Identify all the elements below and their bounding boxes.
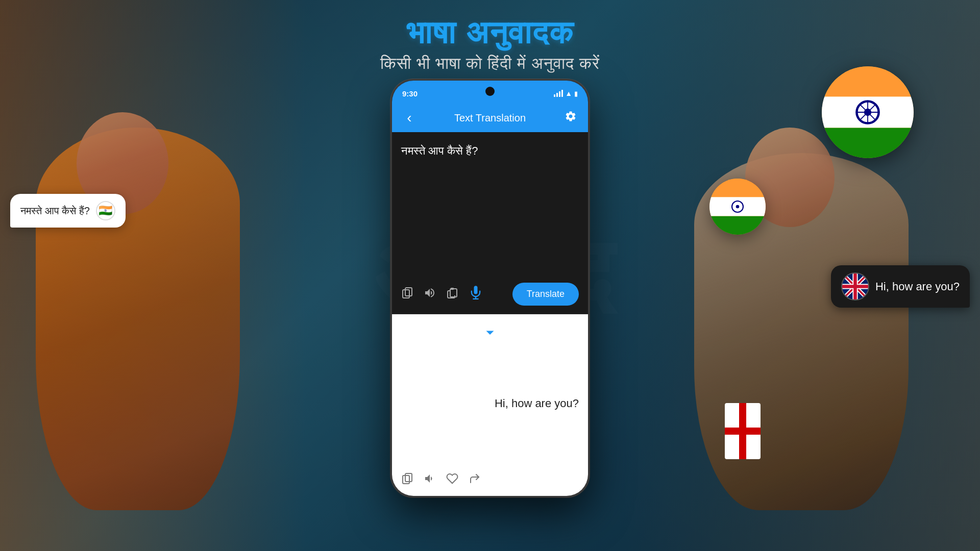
input-text[interactable]: नमस्ते आप कैसे हैं? xyxy=(401,142,579,204)
share-icon[interactable] xyxy=(469,472,481,488)
header-section: भाषा अनुवादक किसी भी भाषा को हिंदी में अ… xyxy=(380,15,599,73)
input-action-icons xyxy=(401,285,483,303)
svg-rect-19 xyxy=(451,288,454,290)
heart-icon[interactable] xyxy=(446,472,458,488)
translate-button[interactable]: Translate xyxy=(512,283,579,306)
input-actions: Translate xyxy=(401,283,579,306)
phone-container: 9:30 ▲ ▮ ‹ Text Translation xyxy=(390,79,590,497)
phone-camera xyxy=(485,87,495,96)
signal-bar-1 xyxy=(554,94,555,97)
phone-mockup: 9:30 ▲ ▮ ‹ Text Translation xyxy=(390,79,590,497)
status-time: 9:30 xyxy=(402,89,418,98)
battery-icon: ▮ xyxy=(574,90,578,97)
signal-bar-2 xyxy=(556,93,558,97)
output-speaker-icon[interactable] xyxy=(424,472,436,488)
status-icons: ▲ ▮ xyxy=(554,89,578,97)
signal-bar-4 xyxy=(561,90,563,97)
svg-rect-17 xyxy=(403,290,409,298)
settings-button[interactable] xyxy=(561,110,580,126)
clipboard-icon[interactable] xyxy=(446,287,458,302)
svg-rect-16 xyxy=(405,288,412,296)
right-person xyxy=(679,102,960,541)
wifi-icon: ▲ xyxy=(565,89,572,97)
main-title: भाषा अनुवादक xyxy=(380,15,599,50)
copy-icon[interactable] xyxy=(401,287,413,302)
output-copy-icon[interactable] xyxy=(401,472,413,488)
back-button[interactable]: ‹ xyxy=(400,110,419,126)
svg-rect-18 xyxy=(450,289,457,297)
bubble-right: Hi, how are you? xyxy=(831,265,970,308)
output-actions xyxy=(401,472,579,488)
sub-title: किसी भी भाषा को हिंदी में अनुवाद करें xyxy=(380,54,599,73)
bubble-left: नमस्ते आप कैसे हैं? 🇮🇳 xyxy=(10,194,126,228)
arrow-indicator xyxy=(401,324,579,340)
output-section: Hi, how are you? xyxy=(392,314,588,496)
signal-bar-3 xyxy=(559,91,560,97)
bubble-left-text: नमस्ते आप कैसे हैं? xyxy=(20,205,90,217)
bubble-right-text: Hi, how are you? xyxy=(875,280,960,293)
output-text: Hi, how are you? xyxy=(401,395,579,412)
phone-content: नमस्ते आप कैसे हैं? xyxy=(392,132,588,496)
svg-point-5 xyxy=(736,205,740,209)
india-globe-large xyxy=(822,66,914,158)
speaker-icon[interactable] xyxy=(424,287,436,302)
app-bar: ‹ Text Translation xyxy=(392,104,588,132)
left-person xyxy=(20,87,265,536)
svg-rect-32 xyxy=(842,285,868,288)
uk-flag-bubble xyxy=(841,272,869,300)
svg-rect-23 xyxy=(403,475,409,484)
svg-rect-22 xyxy=(405,473,412,482)
app-title: Text Translation xyxy=(419,112,561,124)
input-section[interactable]: नमस्ते आप कैसे हैं? xyxy=(392,132,588,314)
india-flag-bubble: 🇮🇳 xyxy=(96,201,115,220)
mic-icon[interactable] xyxy=(469,285,483,303)
signal-bars xyxy=(554,90,563,97)
india-globe-small xyxy=(709,179,766,235)
english-flag xyxy=(725,403,761,459)
